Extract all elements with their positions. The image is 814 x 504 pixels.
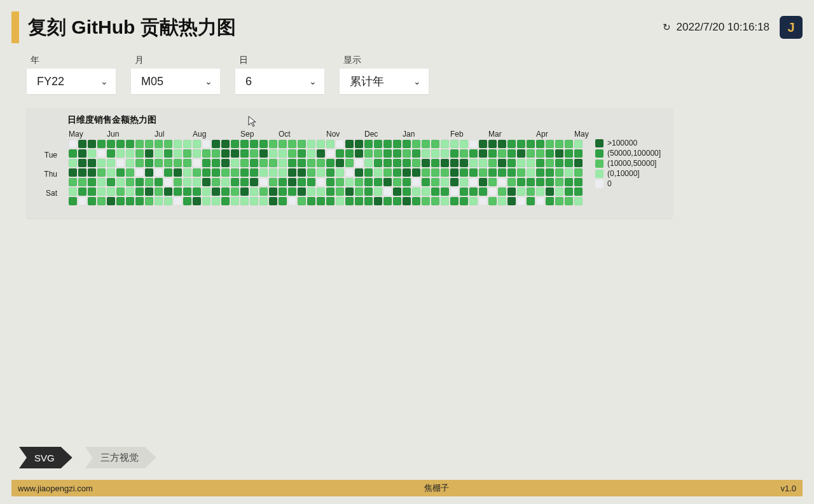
heatmap-cell[interactable] (116, 140, 125, 148)
heatmap-cell[interactable] (498, 159, 506, 167)
heatmap-cell[interactable] (298, 168, 306, 177)
heatmap-cell[interactable] (403, 149, 411, 158)
heatmap-cell[interactable] (536, 187, 544, 196)
heatmap-cell[interactable] (431, 159, 439, 167)
heatmap-cell[interactable] (164, 187, 172, 196)
heatmap-cell[interactable] (469, 197, 478, 205)
heatmap-cell[interactable] (326, 168, 335, 177)
heatmap-cell[interactable] (488, 197, 497, 205)
heatmap-cell[interactable] (212, 197, 220, 205)
heatmap-cell[interactable] (135, 149, 144, 158)
heatmap-cell[interactable] (517, 168, 525, 177)
heatmap-cell[interactable] (507, 149, 516, 158)
heatmap-cell[interactable] (555, 149, 563, 158)
heatmap-cell[interactable] (193, 187, 201, 196)
heatmap-cell[interactable] (259, 140, 268, 148)
heatmap-cell[interactable] (536, 178, 544, 186)
heatmap-cell[interactable] (78, 149, 86, 158)
heatmap-cell[interactable] (412, 197, 420, 205)
heatmap-cell[interactable] (279, 149, 287, 158)
heatmap-cell[interactable] (231, 187, 239, 196)
heatmap-cell[interactable] (145, 178, 153, 186)
heatmap-cell[interactable] (107, 197, 115, 205)
heatmap-cell[interactable] (364, 140, 373, 148)
heatmap-cell[interactable] (326, 159, 335, 167)
heatmap-cell[interactable] (97, 187, 106, 196)
heatmap-cell[interactable] (498, 168, 506, 177)
heatmap-cell[interactable] (546, 178, 554, 186)
heatmap-cell[interactable] (97, 140, 106, 148)
heatmap-cell[interactable] (78, 187, 86, 196)
heatmap-cell[interactable] (116, 159, 125, 167)
heatmap-cell[interactable] (279, 159, 287, 167)
heatmap-cell[interactable] (517, 159, 525, 167)
heatmap-cell[interactable] (422, 149, 430, 158)
heatmap-cell[interactable] (164, 159, 172, 167)
heatmap-cell[interactable] (155, 168, 163, 177)
heatmap-cell[interactable] (574, 140, 583, 148)
heatmap-cell[interactable] (202, 149, 210, 158)
heatmap-cell[interactable] (431, 149, 439, 158)
heatmap-cell[interactable] (345, 159, 354, 167)
heatmap-cell[interactable] (307, 168, 315, 177)
heatmap-cell[interactable] (174, 149, 182, 158)
heatmap-cell[interactable] (498, 187, 506, 196)
heatmap-cell[interactable] (345, 149, 354, 158)
heatmap-cell[interactable] (231, 178, 239, 186)
heatmap-cell[interactable] (498, 197, 506, 205)
heatmap-cell[interactable] (145, 187, 153, 196)
heatmap-cell[interactable] (527, 140, 535, 148)
heatmap-cell[interactable] (288, 197, 296, 205)
heatmap-cell[interactable] (126, 197, 134, 205)
heatmap-cell[interactable] (422, 159, 430, 167)
heatmap-cell[interactable] (240, 168, 249, 177)
heatmap-cell[interactable] (412, 140, 420, 148)
heatmap-cell[interactable] (431, 140, 439, 148)
heatmap-cell[interactable] (412, 159, 420, 167)
heatmap-cell[interactable] (279, 187, 287, 196)
heatmap-cell[interactable] (488, 187, 497, 196)
heatmap-cell[interactable] (212, 168, 220, 177)
heatmap-cell[interactable] (527, 159, 535, 167)
heatmap-cell[interactable] (355, 140, 363, 148)
heatmap-cell[interactable] (269, 159, 277, 167)
heatmap-cell[interactable] (403, 140, 411, 148)
heatmap-cell[interactable] (422, 140, 430, 148)
heatmap-cell[interactable] (69, 149, 77, 158)
heatmap-cell[interactable] (317, 159, 325, 167)
heatmap-cell[interactable] (202, 187, 210, 196)
heatmap-cell[interactable] (88, 149, 96, 158)
heatmap-cell[interactable] (383, 168, 392, 177)
heatmap-cell[interactable] (240, 140, 249, 148)
heatmap-cell[interactable] (155, 140, 163, 148)
heatmap-cell[interactable] (374, 149, 382, 158)
heatmap-cell[interactable] (183, 140, 191, 148)
heatmap-cell[interactable] (555, 168, 563, 177)
heatmap-cell[interactable] (536, 140, 544, 148)
heatmap-cell[interactable] (145, 197, 153, 205)
heatmap-cell[interactable] (364, 168, 373, 177)
heatmap-cell[interactable] (574, 159, 583, 167)
heatmap-cell[interactable] (155, 187, 163, 196)
heatmap-cell[interactable] (326, 178, 335, 186)
heatmap-cell[interactable] (288, 178, 296, 186)
heatmap-cell[interactable] (307, 140, 315, 148)
heatmap-cell[interactable] (364, 159, 373, 167)
heatmap-cell[interactable] (116, 197, 125, 205)
heatmap-cell[interactable] (393, 149, 401, 158)
heatmap-cell[interactable] (460, 159, 468, 167)
heatmap-cell[interactable] (250, 197, 258, 205)
heatmap-cell[interactable] (250, 159, 258, 167)
heatmap-cell[interactable] (288, 140, 296, 148)
heatmap-cell[interactable] (202, 168, 210, 177)
heatmap-cell[interactable] (536, 168, 544, 177)
heatmap-cell[interactable] (279, 168, 287, 177)
heatmap-cell[interactable] (479, 140, 487, 148)
heatmap-cell[interactable] (574, 197, 583, 205)
heatmap-cell[interactable] (298, 140, 306, 148)
heatmap-cell[interactable] (546, 168, 554, 177)
heatmap-cell[interactable] (135, 178, 144, 186)
heatmap-cell[interactable] (88, 178, 96, 186)
heatmap-cell[interactable] (183, 178, 191, 186)
heatmap-cell[interactable] (441, 168, 449, 177)
